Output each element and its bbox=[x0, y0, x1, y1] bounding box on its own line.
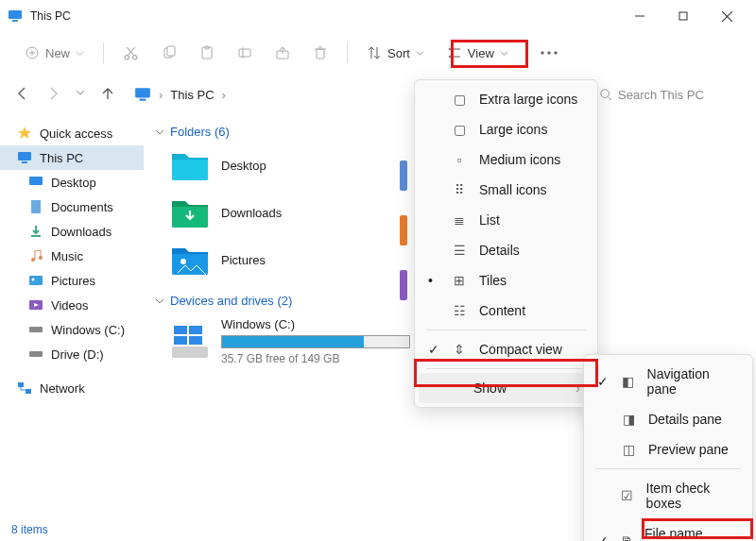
maximize-button[interactable] bbox=[662, 1, 705, 31]
paste-button[interactable] bbox=[190, 40, 224, 66]
sidebar: Quick access This PC Desktop Documents D… bbox=[0, 115, 144, 518]
grid-icon: ▫ bbox=[451, 152, 468, 167]
menu-item-compact-view[interactable]: ✓⇕Compact view bbox=[419, 334, 593, 364]
new-button[interactable]: New bbox=[15, 40, 94, 66]
sidebar-item-this-pc[interactable]: This PC bbox=[0, 145, 144, 170]
cut-button[interactable] bbox=[113, 40, 148, 67]
tiles-icon: ⊞ bbox=[451, 273, 468, 288]
sidebar-item-drive-d[interactable]: Drive (D:) bbox=[0, 342, 144, 366]
svg-point-24 bbox=[449, 56, 451, 58]
section-label: Folders (6) bbox=[170, 125, 230, 139]
sidebar-item-downloads[interactable]: Downloads bbox=[0, 219, 144, 244]
close-button[interactable] bbox=[705, 1, 748, 31]
sidebar-item-music[interactable]: Music bbox=[0, 244, 144, 268]
svg-rect-3 bbox=[679, 12, 687, 20]
sidebar-item-documents[interactable]: Documents bbox=[0, 194, 144, 219]
divider bbox=[347, 42, 348, 63]
rename-button[interactable] bbox=[228, 40, 262, 66]
chevron-down-icon bbox=[76, 49, 84, 58]
pictures-icon bbox=[28, 273, 43, 288]
check-icon: ✓ bbox=[428, 342, 439, 357]
pane-icon: ◫ bbox=[620, 442, 637, 457]
up-button[interactable] bbox=[100, 86, 115, 104]
menu-item-small-icons[interactable]: ⠿Small icons bbox=[419, 175, 593, 205]
sidebar-item-desktop[interactable]: Desktop bbox=[0, 170, 144, 194]
sidebar-item-videos[interactable]: Videos bbox=[0, 293, 144, 317]
more-button[interactable] bbox=[531, 40, 567, 66]
svg-rect-14 bbox=[167, 46, 175, 56]
menu-separator bbox=[426, 368, 586, 369]
star-icon bbox=[17, 126, 32, 141]
status-items: 8 items bbox=[11, 523, 48, 536]
sort-button[interactable]: Sort bbox=[357, 40, 434, 66]
svg-rect-54 bbox=[174, 336, 187, 345]
compact-icon: ⇕ bbox=[451, 342, 468, 357]
menu-item-list[interactable]: ≣List bbox=[419, 205, 593, 235]
nav-row: › This PC › Search This PC bbox=[0, 74, 756, 115]
search-box[interactable]: Search This PC bbox=[599, 88, 741, 102]
svg-point-41 bbox=[32, 279, 35, 281]
content-icon: ☷ bbox=[451, 303, 468, 318]
svg-line-12 bbox=[127, 47, 133, 56]
window-title: This PC bbox=[30, 9, 618, 23]
view-button[interactable]: View bbox=[438, 40, 518, 66]
sidebar-item-label: Pictures bbox=[51, 274, 95, 288]
svg-line-33 bbox=[609, 97, 612, 101]
menu-separator bbox=[595, 468, 741, 469]
delete-button[interactable] bbox=[303, 40, 337, 66]
sidebar-item-network[interactable]: Network bbox=[0, 376, 144, 400]
folder-icon bbox=[170, 195, 210, 229]
sidebar-item-quick-access[interactable]: Quick access bbox=[0, 121, 144, 145]
sidebar-item-label: Drive (D:) bbox=[51, 347, 104, 362]
svg-rect-31 bbox=[140, 99, 146, 101]
svg-point-10 bbox=[133, 55, 137, 59]
menu-item-navigation-pane[interactable]: ✓◧Navigation pane bbox=[588, 359, 748, 404]
menu-item-tiles[interactable]: •⊞Tiles bbox=[419, 265, 593, 296]
svg-rect-47 bbox=[172, 160, 208, 180]
menu-item-medium-icons[interactable]: ▫Medium icons bbox=[419, 144, 593, 175]
check-icon: ✓ bbox=[597, 374, 609, 389]
desktop-icon bbox=[28, 175, 43, 190]
recent-button[interactable] bbox=[76, 86, 85, 104]
status-bar: 8 items bbox=[0, 518, 756, 541]
forward-button[interactable] bbox=[45, 86, 60, 104]
sidebar-item-label: This PC bbox=[40, 151, 83, 165]
svg-rect-44 bbox=[29, 351, 43, 357]
share-button[interactable] bbox=[266, 40, 300, 66]
menu-item-details[interactable]: ☰Details bbox=[419, 235, 593, 265]
sidebar-item-label: Windows (C:) bbox=[51, 323, 125, 337]
svg-rect-37 bbox=[31, 200, 41, 213]
search-placeholder: Search This PC bbox=[618, 88, 704, 102]
menu-item-content[interactable]: ☷Content bbox=[419, 296, 593, 326]
svg-rect-45 bbox=[18, 382, 24, 387]
menu-item-preview-pane[interactable]: ◫Preview pane bbox=[588, 434, 748, 465]
sidebar-item-label: Music bbox=[51, 249, 83, 263]
view-menu: ▢Extra large icons ▢Large icons ▫Medium … bbox=[414, 79, 598, 408]
svg-rect-52 bbox=[174, 326, 187, 334]
minimize-button[interactable] bbox=[618, 1, 662, 31]
drive-icon bbox=[28, 347, 43, 362]
drive-label: Windows (C:) bbox=[221, 317, 410, 331]
menu-item-details-pane[interactable]: ◨Details pane bbox=[588, 404, 748, 434]
grid-icon: ▢ bbox=[451, 92, 468, 107]
svg-rect-1 bbox=[12, 20, 18, 22]
sidebar-item-label: Documents bbox=[51, 200, 113, 214]
sidebar-item-label: Videos bbox=[51, 298, 89, 313]
bullet-icon: • bbox=[428, 273, 433, 288]
sidebar-item-label: Downloads bbox=[51, 225, 112, 239]
search-icon bbox=[599, 88, 612, 101]
sidebar-item-windows-c[interactable]: Windows (C:) bbox=[0, 317, 144, 342]
pane-icon: ◧ bbox=[620, 374, 636, 389]
breadcrumb[interactable]: This PC bbox=[170, 88, 214, 102]
copy-button[interactable] bbox=[152, 40, 186, 66]
list-icon: ≣ bbox=[451, 212, 468, 228]
drive-icon bbox=[28, 322, 43, 337]
sidebar-item-pictures[interactable]: Pictures bbox=[0, 268, 144, 293]
back-button[interactable] bbox=[15, 86, 30, 104]
menu-item-extra-large-icons[interactable]: ▢Extra large icons bbox=[419, 84, 593, 114]
menu-item-large-icons[interactable]: ▢Large icons bbox=[419, 114, 593, 144]
divider bbox=[103, 42, 104, 63]
this-pc-icon bbox=[17, 150, 32, 165]
menu-item-show[interactable]: Show› bbox=[419, 373, 593, 403]
menu-item-item-check-boxes[interactable]: ☑Item check boxes bbox=[588, 473, 748, 518]
